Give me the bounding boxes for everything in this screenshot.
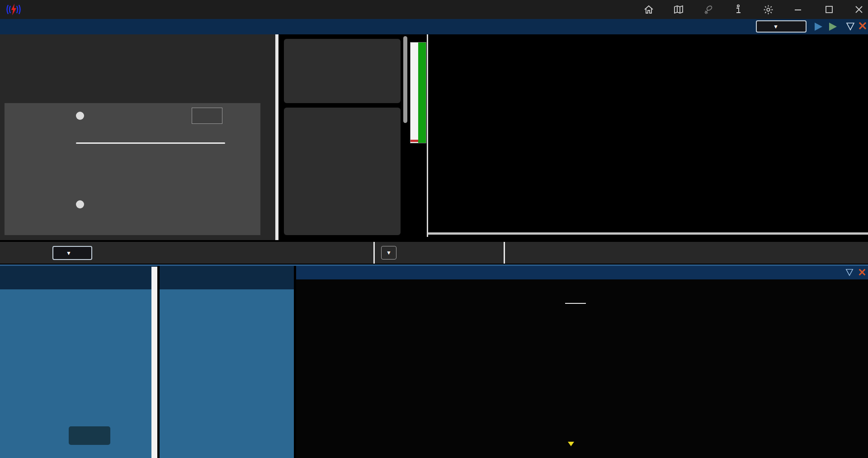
chevron-down-icon: ▼ bbox=[773, 24, 778, 30]
vertical-splitter[interactable] bbox=[373, 242, 375, 264]
service-quality-header bbox=[160, 266, 294, 289]
app-logo bbox=[5, 3, 23, 18]
level-meter-green bbox=[418, 42, 426, 143]
close-panel-icon[interactable] bbox=[858, 268, 866, 278]
agc-checkbox[interactable] bbox=[76, 112, 84, 120]
satellite-icon[interactable] bbox=[703, 4, 715, 15]
scrollbar-thumb[interactable] bbox=[403, 36, 407, 123]
minimize-icon[interactable] bbox=[792, 4, 804, 15]
audio-dropdown[interactable]: ▼ bbox=[381, 246, 396, 260]
level-meter-red bbox=[410, 140, 418, 142]
spectrum-plot[interactable] bbox=[486, 43, 865, 198]
cir-peak-line bbox=[565, 303, 586, 304]
service-list-scrollbar[interactable] bbox=[151, 267, 157, 458]
gain-db-input[interactable] bbox=[192, 108, 222, 124]
vertical-splitter[interactable] bbox=[504, 242, 505, 264]
cir-peak-marker bbox=[555, 288, 559, 292]
taskbar-tooltip bbox=[69, 426, 110, 445]
collapse-triangle-icon[interactable] bbox=[845, 21, 855, 33]
titlebar bbox=[0, 0, 868, 19]
maximize-icon[interactable] bbox=[823, 4, 835, 15]
mode-select[interactable]: ▼ bbox=[756, 20, 807, 33]
gain-slider[interactable] bbox=[76, 142, 225, 144]
bias-t-checkbox[interactable] bbox=[76, 200, 84, 208]
service-quality-panel bbox=[160, 289, 294, 458]
corr-button[interactable] bbox=[80, 164, 190, 187]
device-tabs bbox=[0, 86, 278, 104]
cir-selected-marker-icon bbox=[568, 442, 574, 446]
info-icon[interactable] bbox=[732, 4, 744, 15]
channel-tabstrip: ▼ bbox=[0, 19, 868, 34]
flags-panel bbox=[284, 39, 401, 103]
chevron-down-icon: ▼ bbox=[66, 250, 71, 256]
level-meter-white bbox=[410, 42, 419, 143]
vertical-splitter[interactable] bbox=[427, 34, 428, 237]
service-list-header bbox=[0, 266, 157, 289]
channel-select[interactable]: ▼ bbox=[52, 246, 92, 260]
lineplot-panel bbox=[284, 108, 401, 235]
settings-gear-icon[interactable] bbox=[762, 4, 774, 15]
service-color-swatch bbox=[0, 242, 26, 264]
play-secondary-icon[interactable] bbox=[827, 21, 838, 34]
horizontal-splitter[interactable] bbox=[428, 232, 868, 235]
cir-plot[interactable] bbox=[470, 281, 866, 441]
close-icon[interactable] bbox=[853, 4, 865, 15]
ensemble-bar: ▼ ▼ bbox=[0, 242, 868, 264]
ecc-eid-badge bbox=[102, 242, 197, 264]
vertical-splitter[interactable] bbox=[275, 34, 278, 240]
home-icon[interactable] bbox=[643, 4, 655, 15]
chevron-down-icon: ▼ bbox=[386, 250, 392, 256]
collapse-triangle-icon[interactable] bbox=[845, 268, 854, 279]
map-icon[interactable] bbox=[673, 4, 684, 15]
cir-titlebar bbox=[296, 266, 868, 279]
play-icon[interactable] bbox=[813, 21, 824, 34]
close-channel-icon[interactable] bbox=[858, 21, 867, 32]
qirx-window: ▼ bbox=[0, 0, 868, 458]
settings-tab-panel bbox=[5, 103, 260, 235]
